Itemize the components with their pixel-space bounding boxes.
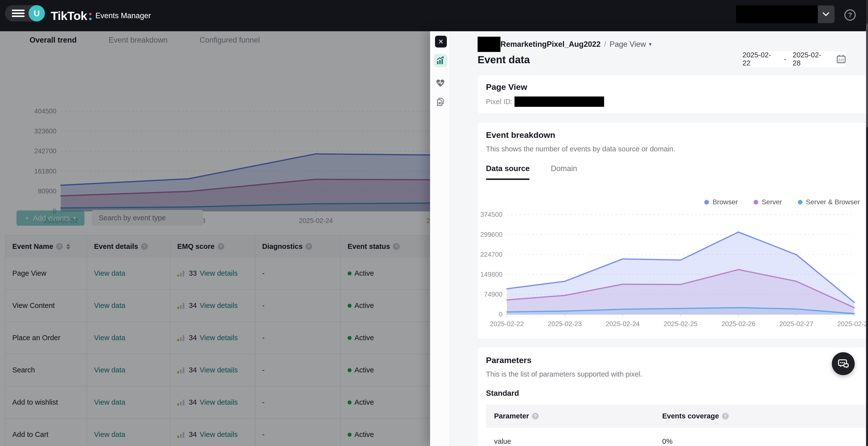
breadcrumb-pixel-name: RemarketingPixel_Aug2022 — [500, 40, 601, 49]
svg-text:374500: 374500 — [480, 211, 502, 218]
tiktok-events-manager: U TikTok Events Manager ? Overall trend … — [0, 0, 868, 446]
app-header: U TikTok Events Manager ? — [0, 0, 868, 31]
avatar[interactable]: U — [29, 5, 45, 22]
chart-legend: BrowserServerServer & Browser — [704, 198, 860, 206]
parameters-description: This is the list of parameters supported… — [486, 370, 642, 378]
parameters-title: Parameters — [486, 355, 531, 365]
breadcrumb: RemarketingPixel_Aug2022 / Page View ▾ — [477, 36, 652, 53]
parameter-row: value 0% — [486, 428, 868, 446]
event-data-drawer: ✕ — [430, 31, 868, 446]
chevron-down-icon[interactable]: ▾ — [649, 41, 652, 47]
event-summary-card: Page View Pixel ID: — [477, 75, 868, 114]
events-coverage-column-label: Events coverage — [662, 412, 719, 420]
rail-health-item[interactable] — [435, 77, 446, 88]
breakdown-tabs: Data source Domain — [486, 164, 577, 180]
help-icon[interactable]: ? — [722, 413, 728, 419]
menu-avatar-pill[interactable]: U — [5, 5, 45, 22]
chat-support-button[interactable] — [832, 352, 855, 375]
pixel-id-label: Pixel ID: — [486, 98, 513, 106]
svg-text:299600: 299600 — [480, 231, 502, 238]
rail-error-files-item[interactable] — [435, 97, 446, 107]
svg-text:74900: 74900 — [484, 291, 502, 298]
analytics-chart-icon — [436, 56, 445, 65]
legend-dot-icon — [704, 200, 709, 204]
event-breakdown-chart: 0749001498002247002996003745002025-02-22… — [477, 205, 868, 329]
chevron-down-icon — [822, 12, 830, 17]
page-scrollbar[interactable] — [866, 0, 868, 446]
health-heart-icon — [435, 78, 445, 88]
svg-text:2025-02-26: 2025-02-26 — [721, 320, 755, 328]
calendar-icon[interactable] — [836, 54, 846, 64]
date-range-picker[interactable]: 2025-02-22 - 2025-02-28 — [742, 51, 846, 67]
svg-text:149800: 149800 — [480, 271, 502, 278]
legend-item[interactable]: Server — [753, 198, 782, 206]
drawer-side-rail: ✕ — [430, 31, 450, 446]
svg-text:2025-02-23: 2025-02-23 — [548, 320, 582, 328]
parameters-table-header: Parameter? Events coverage? — [486, 405, 868, 428]
redacted-account-name — [736, 5, 818, 23]
svg-text:224700: 224700 — [480, 251, 502, 258]
redacted-pixel-id — [515, 96, 604, 107]
account-dropdown-button[interactable] — [817, 5, 835, 23]
brand-logo: TikTok Events Manager — [51, 0, 151, 31]
breakdown-description: This shows the number of events by data … — [486, 145, 675, 153]
breadcrumb-event-selector[interactable]: Page View — [610, 40, 646, 49]
svg-text:0: 0 — [499, 311, 502, 318]
breakdown-title: Event breakdown — [486, 130, 555, 140]
file-error-icon — [435, 97, 445, 107]
parameter-name: value — [494, 437, 662, 446]
legend-dot-icon — [753, 200, 758, 204]
legend-dot-icon — [798, 200, 803, 204]
svg-text:2025-02-28: 2025-02-28 — [837, 320, 868, 328]
redacted-pixel-prefix — [477, 37, 500, 52]
event-card-title: Page View — [486, 82, 527, 92]
help-icon[interactable]: ? — [532, 413, 538, 419]
svg-text:2025-02-22: 2025-02-22 — [490, 320, 524, 328]
tab-data-source[interactable]: Data source — [486, 164, 529, 180]
date-dash: - — [784, 55, 786, 63]
date-end: 2025-02-28 — [793, 51, 828, 67]
product-name: Events Manager — [95, 11, 151, 20]
help-icon[interactable]: ? — [844, 9, 856, 21]
drawer-title: Event data — [477, 54, 530, 66]
date-start: 2025-02-22 — [742, 51, 777, 67]
parameters-group-standard: Standard — [486, 389, 519, 398]
hamburger-menu-icon[interactable] — [12, 9, 25, 17]
legend-item[interactable]: Server & Browser — [798, 198, 860, 206]
svg-text:2025-02-27: 2025-02-27 — [779, 320, 813, 328]
svg-text:2025-02-24: 2025-02-24 — [606, 320, 640, 328]
parameters-card: Parameters This is the list of parameter… — [477, 348, 868, 446]
tab-domain[interactable]: Domain — [551, 164, 577, 180]
drawer-content: RemarketingPixel_Aug2022 / Page View ▾ E… — [450, 31, 868, 446]
parameter-coverage: 0% — [662, 437, 673, 446]
svg-text:2025-02-25: 2025-02-25 — [664, 320, 698, 328]
event-breakdown-card: Event breakdown This shows the number of… — [477, 123, 868, 339]
tiktok-wordmark: TikTok — [51, 9, 87, 23]
account-selector[interactable] — [736, 5, 835, 23]
parameter-column-label: Parameter — [494, 412, 529, 420]
legend-item[interactable]: Browser — [704, 198, 738, 206]
rail-analytics-active[interactable] — [434, 54, 447, 67]
breadcrumb-separator: / — [604, 40, 606, 49]
chat-bubbles-icon — [838, 358, 849, 369]
logo-colon-icon — [88, 11, 92, 22]
close-drawer-button[interactable]: ✕ — [435, 36, 447, 47]
